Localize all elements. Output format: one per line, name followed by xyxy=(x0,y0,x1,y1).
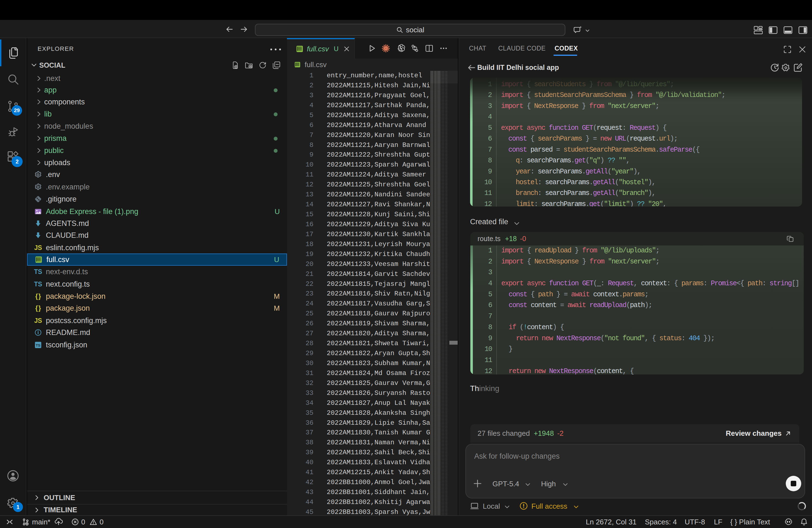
svg-text:TS: TS xyxy=(36,343,41,348)
